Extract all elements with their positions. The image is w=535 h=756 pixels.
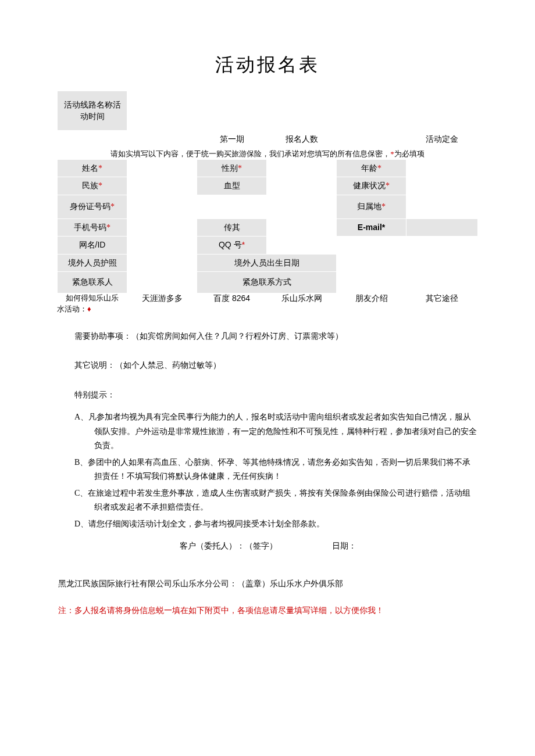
value-birth[interactable] bbox=[337, 260, 477, 266]
label-qq: QQ 号* bbox=[197, 237, 266, 254]
value-idnum[interactable] bbox=[127, 204, 336, 210]
label-name: 姓名* bbox=[58, 160, 127, 177]
tip-c: C、在旅途过程中若发生意外事故，造成人生伤害或财产损失，将按有关保险条例由保险公… bbox=[74, 486, 478, 515]
label-count: 报名人数 bbox=[267, 131, 336, 148]
value-health[interactable] bbox=[406, 183, 477, 189]
para-other: 其它说明：（如个人禁忌、药物过敏等） bbox=[58, 359, 478, 373]
tip-a: A、凡参加者均视为具有完全民事行为能力的人，报名时或活动中需向组织者或发起者如实… bbox=[74, 410, 478, 453]
label-emerg-person: 紧急联系人 bbox=[58, 272, 127, 293]
doc-title: 活动报名表 bbox=[57, 52, 478, 78]
label-mobile: 手机号码* bbox=[58, 219, 127, 237]
body-text: 需要协助事项：（如宾馆房间如何入住？几间？行程外订房、订票需求等） 其它说明：（… bbox=[57, 329, 478, 618]
label-ethnic: 民族* bbox=[58, 177, 127, 195]
value-ethnic[interactable] bbox=[127, 183, 197, 189]
label-health: 健康状况* bbox=[337, 177, 406, 195]
source-option-3[interactable]: 乐山乐水网 bbox=[267, 293, 336, 304]
value-netid[interactable] bbox=[127, 242, 197, 248]
label-source: 如何得知乐山乐 bbox=[58, 293, 127, 303]
label-email: E-mail* bbox=[337, 219, 406, 237]
label-passport: 境外人员护照 bbox=[58, 255, 127, 272]
value-home[interactable] bbox=[406, 204, 477, 210]
org-line: 黑龙江民族国际旅行社有限公司乐山乐水分公司：（盖章）乐山乐水户外俱乐部 bbox=[58, 577, 478, 592]
label-deposit: 活动定金 bbox=[406, 131, 477, 148]
tip-d: D、请您仔细阅读活动计划全文，参与者均视同接受本计划全部条款。 bbox=[74, 517, 478, 532]
value-mobile[interactable] bbox=[127, 224, 197, 230]
value-passport[interactable] bbox=[127, 260, 197, 266]
para-assist: 需要协助事项：（如宾馆房间如何入住？几间？行程外订房、订票需求等） bbox=[58, 329, 478, 344]
value-emerg-contact[interactable] bbox=[337, 280, 477, 285]
source-option-1[interactable]: 天涯游多多 bbox=[127, 293, 197, 304]
label-blood: 血型 bbox=[197, 177, 266, 195]
value-gender[interactable] bbox=[267, 166, 336, 171]
label-idnum: 身份证号码* bbox=[58, 195, 127, 218]
tips-heading: 特别提示： bbox=[58, 388, 478, 403]
value-blood[interactable] bbox=[267, 183, 336, 189]
label-route-time: 活动线路名称活动时间 bbox=[58, 91, 127, 130]
value-age[interactable] bbox=[406, 166, 477, 171]
label-netid: 网名/ID bbox=[58, 237, 127, 254]
signature-line: 客户（委托人）：（签字） 日期： bbox=[58, 539, 478, 554]
label-emerg-contact: 紧急联系方式 bbox=[197, 274, 336, 291]
note-line: 注：多人报名请将身份信息蜕一填在如下附页中，各项信息请尽量填写详细，以方便你我！ bbox=[58, 604, 478, 618]
instruction-suffix: 为必填项 bbox=[394, 149, 425, 158]
label-fax: 传其 bbox=[197, 219, 266, 237]
page-container: 活动报名表 活动线路名称活动时间 第一期 报名人数 活动定金 请如实填写以下内容… bbox=[0, 0, 535, 756]
source-option-2[interactable]: 百度 8264 bbox=[197, 293, 266, 304]
registration-table: 活动线路名称活动时间 第一期 报名人数 活动定金 请如实填写以下内容，便于统一购… bbox=[57, 91, 478, 304]
instruction-prefix: 请如实填写以下内容，便于统一购买旅游保险，我们承诺对您填写的所有信息保密， bbox=[110, 149, 390, 158]
source-option-4[interactable]: 朋友介绍 bbox=[337, 293, 406, 304]
value-email[interactable] bbox=[406, 224, 477, 230]
label-age: 年龄* bbox=[337, 160, 406, 177]
label-phase: 第一期 bbox=[197, 131, 266, 148]
value-emerg-person[interactable] bbox=[127, 280, 197, 285]
label-source-line2: 水活动：♦ bbox=[57, 304, 478, 314]
tip-b: B、参团中的人如果有高血压、心脏病、怀孕、等其他特殊情况，请您务必如实告知，否则… bbox=[74, 456, 478, 484]
value-route[interactable] bbox=[127, 103, 477, 119]
label-gender: 性别* bbox=[197, 160, 266, 177]
diamond-icon: ♦ bbox=[87, 304, 91, 313]
label-birth: 境外人员出生日期 bbox=[197, 255, 336, 272]
value-qq[interactable] bbox=[267, 242, 477, 248]
value-name[interactable] bbox=[127, 166, 197, 171]
source-option-5[interactable]: 其它途径 bbox=[406, 293, 477, 304]
label-home: 归属地* bbox=[337, 198, 406, 216]
value-fax[interactable] bbox=[267, 224, 336, 230]
